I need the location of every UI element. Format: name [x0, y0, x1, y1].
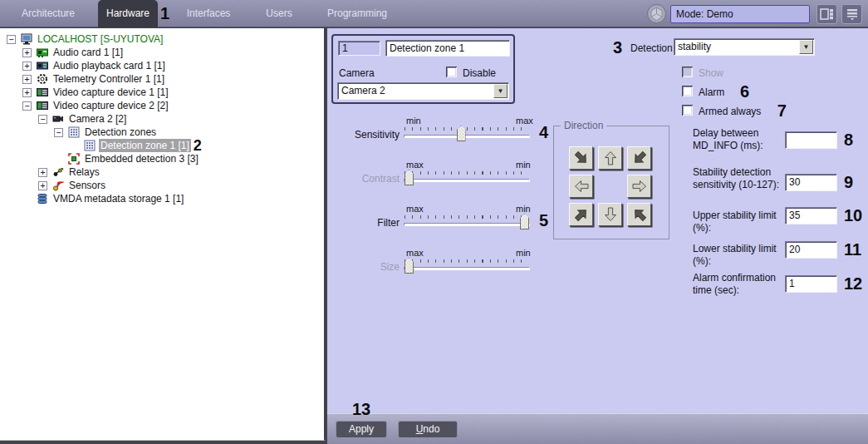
camera-icon	[52, 113, 64, 125]
annotation-1: 1	[160, 5, 169, 22]
slider-track[interactable]	[404, 223, 530, 226]
tree-item-label[interactable]: Relays	[67, 165, 101, 179]
tree-item-label[interactable]: Sensors	[67, 179, 107, 192]
annotation-7: 7	[777, 102, 787, 119]
slider-label: Contrast	[331, 173, 400, 185]
tree-item-label[interactable]: Audio card 1 [1]	[51, 46, 125, 59]
apply-button[interactable]: Apply	[336, 421, 387, 438]
slider-track[interactable]	[404, 135, 530, 138]
chevron-down-icon[interactable]: ▼	[799, 40, 813, 54]
slider-sensitivity: Sensitivityminmax4	[331, 116, 547, 146]
arrow-down-left-icon	[631, 150, 648, 166]
camera-select-value: Camera 2	[338, 83, 508, 99]
annotation-4: 4	[539, 124, 548, 141]
detection-select[interactable]: stability ▼	[674, 38, 815, 56]
collapse-minus-icon[interactable]: −	[7, 35, 16, 44]
tree-item[interactable]: +Relays	[0, 165, 324, 179]
expand-plus-icon[interactable]: +	[38, 181, 47, 190]
panel-menu-icon[interactable]	[841, 4, 862, 24]
expand-plus-icon[interactable]: +	[22, 75, 32, 84]
arrow-left-icon	[573, 178, 590, 195]
tree-item-label[interactable]: LOCALHOST [S-UYUTOVA]	[36, 32, 164, 46]
annotation-12: 12	[844, 275, 862, 292]
tree-item[interactable]: +Sensors	[0, 179, 324, 192]
chevron-down-icon[interactable]: ▼	[493, 84, 508, 98]
field-input[interactable]: 20	[785, 241, 837, 259]
tree-item[interactable]: +Telemetry Controller 1 [1]	[0, 72, 324, 86]
direction-left-button[interactable]	[569, 175, 593, 198]
tree-item[interactable]: +Audio playback card 1 [1]	[0, 59, 324, 72]
zone-id-input[interactable]: 1	[338, 41, 380, 56]
slider-track[interactable]	[404, 179, 530, 182]
armed-always-checkbox[interactable]	[682, 105, 693, 116]
tree-item-label[interactable]: Telemetry Controller 1 [1]	[51, 72, 166, 86]
field-label: Alarm confirmation time (sec):	[693, 272, 786, 297]
tab-programming[interactable]: Programming	[324, 0, 390, 27]
tree-item[interactable]: +Audio card 1 [1]	[0, 46, 324, 59]
footer-bar: 13 Apply Undo	[327, 413, 868, 444]
field-input[interactable]: 30	[785, 174, 837, 191]
field-input[interactable]: 35	[785, 207, 837, 224]
tree-item-label[interactable]: Audio playback card 1 [1]	[51, 59, 167, 72]
tree-item-label[interactable]: Detection zones	[83, 126, 158, 139]
mode-input[interactable]: Mode: Demo	[670, 5, 810, 23]
field-label: Lower stability limit (%):	[693, 243, 786, 268]
tree-item-label[interactable]: Embedded detection 3 [3]	[83, 152, 200, 165]
collapse-minus-icon[interactable]: −	[54, 128, 63, 137]
slider-label: Filter	[331, 217, 400, 229]
alarm-checkbox[interactable]	[682, 86, 693, 96]
identity-groupbox: 1 Detection zone 1 Camera Disable Camera…	[331, 34, 515, 104]
annotation-11: 11	[844, 241, 861, 258]
audio-card-icon	[37, 47, 48, 58]
tree-item[interactable]: −Camera 2 [2]	[0, 112, 324, 126]
disable-checkbox[interactable]	[446, 67, 457, 77]
tab-interfaces[interactable]: Interfaces	[176, 0, 241, 27]
tree-item[interactable]: −Video capture device 2 [2]	[0, 99, 324, 112]
annotation-10: 10	[844, 207, 862, 224]
collapse-minus-icon[interactable]: −	[22, 101, 32, 111]
direction-down-button[interactable]	[598, 203, 622, 226]
field-input[interactable]: 1	[785, 275, 837, 293]
tree-item-label[interactable]: Camera 2 [2]	[67, 112, 128, 126]
tree-item[interactable]: −LOCALHOST [S-UYUTOVA]	[0, 32, 324, 46]
expand-plus-icon[interactable]: +	[38, 168, 47, 177]
tab-architecture[interactable]: Architecture	[15, 0, 81, 27]
tree-item[interactable]: +Video capture device 1 [1]	[0, 86, 324, 99]
direction-up-right-button[interactable]	[569, 203, 593, 226]
tree-item[interactable]: Detection zone 1 [1]2	[0, 139, 324, 152]
camera-select[interactable]: Camera 2 ▼	[337, 82, 509, 100]
undo-button[interactable]: Undo	[398, 421, 458, 438]
expand-plus-icon[interactable]: +	[22, 88, 32, 97]
sphere-icon[interactable]	[646, 3, 667, 24]
tree-item-label[interactable]: Detection zone 1 [1]	[99, 139, 191, 152]
tree-item-label[interactable]: Video capture device 1 [1]	[51, 86, 170, 99]
direction-down-left-button[interactable]	[627, 146, 651, 170]
direction-down-right-button[interactable]	[569, 146, 593, 170]
field-input[interactable]	[785, 131, 837, 149]
tab-hardware[interactable]: Hardware	[98, 0, 158, 27]
slider-size: Sizemaxmin	[331, 248, 547, 278]
tree-item[interactable]: Embedded detection 3 [3]	[0, 152, 324, 165]
tree-item-label[interactable]: VMDA metadata storage 1 [1]	[51, 192, 185, 205]
direction-groupbox: Direction	[553, 126, 669, 239]
expand-plus-icon[interactable]: +	[22, 62, 32, 71]
tree-item-label[interactable]: Video capture device 2 [2]	[51, 99, 170, 112]
direction-right-button[interactable]	[627, 175, 651, 198]
slider-track[interactable]	[404, 267, 530, 270]
settings-panel: 1 Detection zone 1 Camera Disable Camera…	[327, 28, 868, 413]
tree-item[interactable]: −Detection zones	[0, 126, 324, 139]
arrow-right-icon	[631, 178, 648, 195]
annotation-8: 8	[844, 131, 853, 148]
expand-plus-icon[interactable]: +	[22, 48, 32, 57]
zone-name-input[interactable]: Detection zone 1	[385, 40, 510, 57]
screens-grid-icon[interactable]	[817, 4, 837, 24]
tree-item[interactable]: VMDA metadata storage 1 [1]	[0, 192, 324, 205]
field-label: Upper stability limit (%):	[693, 210, 786, 234]
slider-left-label: min	[406, 116, 421, 126]
direction-up-left-button[interactable]	[627, 203, 651, 226]
collapse-minus-icon[interactable]: −	[38, 115, 47, 124]
arrow-down-icon	[602, 206, 619, 223]
tab-users[interactable]: Users	[257, 0, 301, 27]
embedded-detection-icon	[68, 153, 80, 165]
direction-up-button[interactable]	[598, 146, 622, 170]
